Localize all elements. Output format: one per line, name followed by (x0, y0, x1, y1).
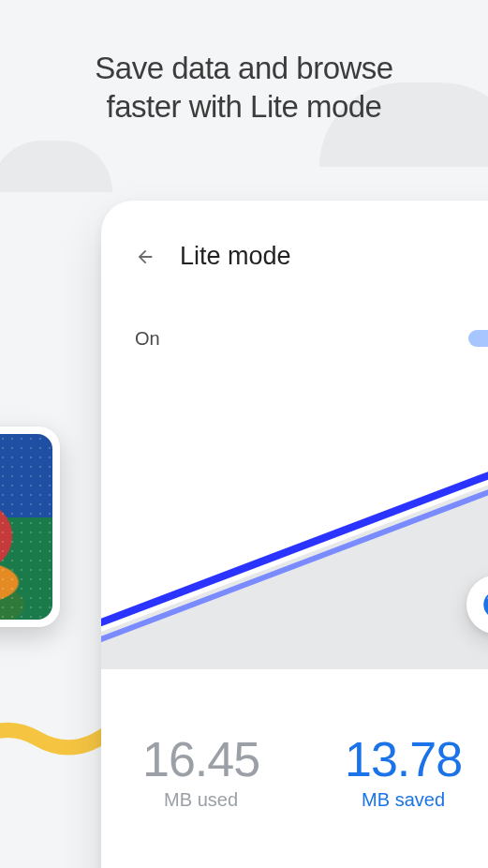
lite-mode-toggle-row: On (101, 282, 488, 352)
stat-value: 13.78 (288, 735, 488, 784)
back-arrow-icon[interactable] (135, 247, 155, 267)
lite-mode-switch[interactable] (468, 325, 488, 352)
screen-title: Lite mode (180, 242, 291, 271)
stat-mb-saved: 13.78 MB saved (288, 735, 488, 811)
chrome-icon (483, 591, 488, 619)
toggle-state-label: On (135, 328, 160, 350)
promo-headline: Save data and browsefaster with Lite mod… (0, 49, 488, 127)
promo-stage: Save data and browsefaster with Lite mod… (0, 0, 488, 868)
phone-mockup: Lite mode On (101, 201, 488, 868)
data-savings-chart (101, 407, 488, 669)
stat-label: MB saved (288, 789, 488, 811)
stat-value: 16.45 (142, 735, 259, 784)
stat-mb-used: 16.45 MB used (133, 735, 259, 811)
stat-label: MB used (142, 789, 259, 811)
artwork-thumbnail (0, 427, 60, 627)
data-stats-row: 16.45 MB used 13.78 MB saved (101, 735, 488, 811)
cloud-decoration (0, 141, 112, 192)
screen-header: Lite mode (101, 201, 488, 282)
